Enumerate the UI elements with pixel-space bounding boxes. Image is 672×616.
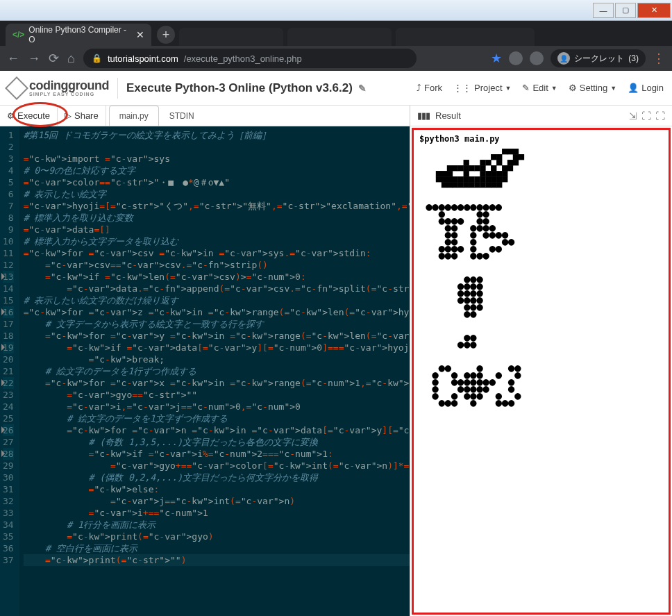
- fork-icon: ⤴: [417, 83, 421, 93]
- tab-favicon-icon: </>: [12, 30, 24, 40]
- gear-icon: ⚙: [569, 83, 577, 93]
- nav-home-button[interactable]: ⌂: [67, 51, 75, 66]
- logo-text-sub: SIMPLY EASY CODING: [29, 92, 109, 97]
- browser-menu-button[interactable]: ⋮: [653, 51, 665, 66]
- tab-close-icon[interactable]: ✕: [136, 29, 144, 40]
- fullscreen-icon[interactable]: ⛶: [655, 110, 665, 122]
- new-tab-button[interactable]: +: [157, 26, 175, 44]
- browser-tab-inactive[interactable]: [179, 28, 283, 46]
- expand-icon[interactable]: ⛶: [641, 110, 651, 122]
- code-editor[interactable]: 1234567891011121314151617181920212223242…: [0, 126, 410, 616]
- page-toolbar: codingground SIMPLY EASY CODING Execute …: [0, 71, 672, 106]
- nav-back-button[interactable]: ←: [7, 51, 19, 66]
- tab-title: Online Python3 Compiler - O: [28, 25, 128, 44]
- line-gutter: 1234567891011121314151617181920212223242…: [0, 126, 19, 616]
- fork-button[interactable]: ⤴Fork: [417, 83, 442, 93]
- incognito-badge[interactable]: 👤 シークレット (3): [551, 49, 646, 67]
- url-input[interactable]: 🔒 tutorialspoint.com/execute_python3_onl…: [83, 49, 417, 68]
- incognito-icon: 👤: [557, 52, 570, 65]
- edit-title-icon[interactable]: ✎: [358, 83, 367, 94]
- share-icon: ▷: [65, 110, 72, 121]
- chevron-down-icon: ▼: [505, 85, 512, 92]
- bookmark-star-icon[interactable]: ★: [491, 51, 502, 66]
- result-command: $python3 main.py: [419, 134, 663, 144]
- url-domain: tutorialspoint.com: [108, 53, 178, 64]
- editor-pane: ⚙Execute ▷Share main.py STDIN 1234567891…: [0, 106, 410, 616]
- window-maximize-button[interactable]: ▢: [615, 3, 636, 18]
- browser-tab-inactive[interactable]: [287, 28, 392, 46]
- main-split: ⚙Execute ▷Share main.py STDIN 1234567891…: [0, 106, 672, 616]
- extension-icon[interactable]: [509, 51, 523, 65]
- share-button[interactable]: ▷Share: [58, 106, 106, 126]
- incognito-count: (3): [628, 53, 639, 63]
- result-header: ▮▮▮ Result ⇲ ⛶ ⛶: [410, 106, 672, 126]
- window-titlebar: — ▢ ✕: [0, 0, 672, 21]
- tab-main-py[interactable]: main.py: [109, 106, 159, 126]
- browser-address-bar: ← → ⟳ ⌂ 🔒 tutorialspoint.com/execute_pyt…: [0, 46, 672, 71]
- page-title: Execute Python-3 Online (Python v3.6.2) …: [126, 81, 367, 95]
- nav-forward-button[interactable]: →: [28, 51, 40, 66]
- execute-button[interactable]: ⚙Execute: [0, 106, 58, 126]
- logo-icon: [5, 76, 28, 100]
- result-output: $python3 main.py ■■■ ■■ ■■ ■ ■■ ■ ■■ ■■■…: [412, 128, 671, 615]
- extension-icon[interactable]: [530, 51, 544, 65]
- chevron-down-icon: ▼: [551, 85, 557, 92]
- logo-text-main: codingground: [29, 79, 109, 92]
- result-art: ■■■ ■■ ■■ ■ ■■ ■ ■■ ■■■■■■■ ■ ■■ ■■■ ■ ■…: [419, 148, 663, 406]
- project-menu[interactable]: ⋮⋮Project▼: [453, 83, 511, 93]
- setting-menu[interactable]: ⚙Setting▼: [569, 83, 616, 93]
- browser-tab-strip: </> Online Python3 Compiler - O ✕ +: [0, 21, 672, 46]
- project-icon: ⋮⋮: [453, 83, 471, 93]
- result-label: Result: [435, 110, 461, 121]
- result-pane: ▮▮▮ Result ⇲ ⛶ ⛶ $python3 main.py ■■■ ■■…: [410, 106, 672, 616]
- divider: [117, 78, 118, 99]
- incognito-label: シークレット: [574, 53, 624, 65]
- result-icon: ▮▮▮: [417, 110, 430, 121]
- site-logo[interactable]: codingground SIMPLY EASY CODING: [8, 79, 109, 97]
- chevron-down-icon: ▼: [610, 85, 616, 92]
- code-content[interactable]: #第15回 ドコモガラケーの絵文字を表示してみよう［前編］ ="c-kw">im…: [19, 126, 410, 616]
- editor-toolbar: ⚙Execute ▷Share main.py STDIN: [0, 106, 410, 126]
- browser-tab-active[interactable]: </> Online Python3 Compiler - O ✕: [6, 24, 151, 46]
- edit-icon: ✎: [522, 83, 530, 93]
- login-button[interactable]: 👤Login: [628, 83, 664, 93]
- user-icon: 👤: [628, 83, 639, 93]
- window-minimize-button[interactable]: —: [593, 3, 614, 18]
- nav-reload-button[interactable]: ⟳: [49, 51, 59, 66]
- lock-icon: 🔒: [92, 53, 102, 63]
- url-path: /execute_python3_online.php: [184, 53, 302, 64]
- tab-stdin[interactable]: STDIN: [159, 106, 205, 126]
- shrink-icon[interactable]: ⇲: [629, 110, 637, 122]
- edit-menu[interactable]: ✎Edit▼: [522, 83, 557, 93]
- gear-icon: ⚙: [7, 111, 15, 121]
- window-close-button[interactable]: ✕: [637, 3, 671, 18]
- browser-tab-inactive[interactable]: [396, 28, 535, 46]
